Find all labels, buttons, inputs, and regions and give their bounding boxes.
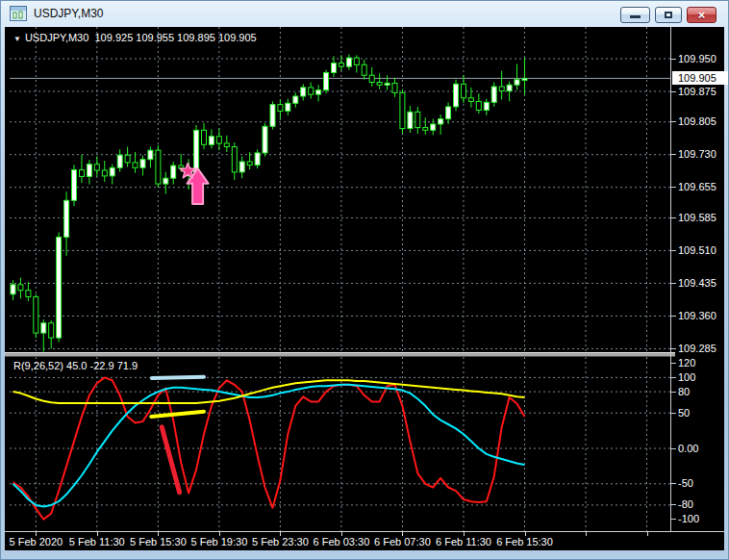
price-tick-label: 109.655: [678, 181, 716, 192]
time-axis[interactable]: 5 Feb 20205 Feb 11:305 Feb 15:305 Feb 19…: [5, 531, 724, 550]
candle: [270, 105, 275, 127]
indicator-tick-mark: [671, 519, 676, 520]
candle: [202, 130, 207, 144]
candle: [125, 155, 130, 163]
minimize-icon: [630, 15, 641, 18]
indicator-tick-mark: [671, 413, 676, 414]
candle: [171, 165, 176, 178]
indicator-canvas[interactable]: [10, 357, 670, 531]
candle: [57, 237, 62, 338]
candle: [309, 88, 314, 94]
candle: [11, 285, 15, 294]
candle: [522, 78, 527, 80]
candle: [423, 128, 428, 131]
close-button[interactable]: ×: [687, 7, 716, 23]
candle: [499, 87, 504, 91]
candle: [491, 87, 496, 102]
price-tick-label: 109.730: [678, 148, 716, 160]
candle: [408, 112, 413, 128]
indicator-tick-label: 80: [678, 386, 690, 397]
candle: [247, 162, 252, 165]
candle: [18, 285, 23, 291]
candle: [278, 105, 283, 112]
candle: [332, 64, 337, 73]
indicator-tick-mark: [671, 392, 676, 393]
candle: [194, 130, 199, 172]
price-tick-label: 109.950: [678, 53, 716, 64]
indicator-tick-mark: [671, 377, 676, 378]
indicator-tick-label: -80: [678, 498, 693, 510]
close-icon: ×: [698, 9, 706, 21]
candle: [239, 162, 244, 172]
candle: [64, 200, 69, 237]
window-controls: ×: [620, 7, 716, 23]
candle: [454, 84, 459, 107]
indicator-tick-label: 0.00: [678, 443, 698, 454]
candle: [392, 83, 397, 92]
price-tick-mark: [671, 316, 676, 317]
candle: [324, 73, 329, 90]
dropdown-icon[interactable]: ▼: [13, 35, 21, 43]
candle: [484, 102, 489, 110]
indicator-tick-label: -50: [678, 477, 693, 489]
candle: [41, 323, 46, 333]
candle: [179, 165, 184, 168]
minimize-button[interactable]: [620, 7, 650, 23]
chart-window: USDJPY,M30 × ▼USDJPY,M30 109.925 109.955…: [0, 0, 729, 560]
candle: [209, 137, 214, 145]
candle: [507, 85, 512, 90]
chart-symbol-label: ▼USDJPY,M30 109.925 109.955 109.895 109.…: [13, 32, 257, 43]
price-tick-mark: [671, 283, 676, 284]
drawn-segment[interactable]: [151, 412, 204, 417]
candle: [87, 165, 91, 177]
indicator-tick-mark: [671, 448, 676, 449]
price-axis[interactable]: 109.950109.875109.805109.730109.655109.5…: [671, 27, 724, 531]
price-tick-mark: [671, 59, 676, 60]
price-tick-mark: [671, 154, 676, 155]
price-tick-mark: [671, 217, 676, 218]
candle: [156, 150, 161, 184]
price-tick-mark: [671, 348, 676, 349]
candle: [72, 170, 77, 201]
candle: [400, 92, 405, 128]
indicator-tick-label: 100: [678, 371, 695, 383]
candle: [286, 103, 290, 111]
candle: [346, 58, 351, 66]
price-tick-mark: [671, 187, 676, 188]
price-tick-label: 109.805: [678, 115, 716, 127]
time-tick-label: 6 Feb 15:30: [482, 536, 568, 547]
title-bar[interactable]: USDJPY,M30 ×: [0, 0, 729, 27]
candle: [49, 323, 54, 338]
candle: [431, 124, 436, 130]
time-tick-mark: [647, 532, 648, 536]
candle: [117, 155, 122, 167]
time-tick-mark: [586, 532, 587, 536]
price-tick-mark: [671, 121, 676, 122]
current-price-tag: 109.905: [672, 71, 728, 85]
price-tick-label: 109.285: [678, 343, 716, 354]
drawn-segment[interactable]: [152, 377, 204, 378]
indicator-tick-mark: [671, 363, 676, 364]
indicator-values: 45.0 -22.9 71.9: [66, 360, 138, 371]
price-tick-mark: [671, 250, 676, 251]
candle: [102, 170, 107, 176]
candle: [140, 160, 145, 168]
price-tick-label: 109.585: [678, 212, 716, 223]
price-tick-label: 109.360: [678, 310, 716, 321]
candle: [377, 83, 382, 86]
price-chart-canvas[interactable]: [10, 27, 670, 352]
candle: [34, 297, 38, 334]
indicator-tick-mark: [671, 504, 676, 505]
ohlc-values: 109.925 109.955 109.895 109.905: [94, 32, 256, 43]
candle: [385, 83, 390, 85]
candle: [515, 80, 519, 85]
restore-button[interactable]: [655, 7, 682, 23]
candle: [94, 165, 99, 170]
candle: [446, 107, 451, 119]
restore-icon: [665, 12, 672, 18]
candle: [263, 126, 267, 153]
price-tick-label: 109.875: [678, 86, 716, 97]
candle: [163, 178, 168, 184]
candle: [369, 75, 374, 82]
chart-client-area: ▼USDJPY,M30 109.925 109.955 109.895 109.…: [5, 27, 724, 550]
